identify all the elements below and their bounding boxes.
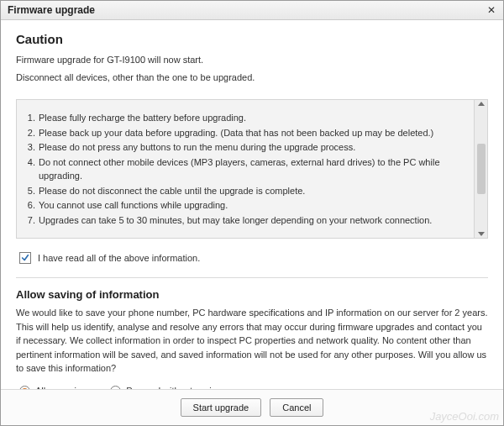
scroll-up-icon xyxy=(478,102,485,106)
notice-text: Please do not disconnect the cable until… xyxy=(39,184,465,198)
notice-number: 3. xyxy=(25,140,39,155)
close-icon: ✕ xyxy=(487,4,496,16)
window-title: Firmware upgrade xyxy=(8,4,95,16)
notice-item: 1.Please fully recharge the battery befo… xyxy=(25,111,465,125)
radio-button[interactable] xyxy=(19,386,30,389)
dialog-content: Caution Firmware upgrade for GT-I9100 wi… xyxy=(1,20,503,389)
cancel-button[interactable]: Cancel xyxy=(270,398,323,417)
title-bar: Firmware upgrade ✕ xyxy=(1,1,503,20)
caution-line-1: Firmware upgrade for GT-I9100 will now s… xyxy=(16,53,488,67)
close-button[interactable]: ✕ xyxy=(483,3,500,18)
notice-number: 1. xyxy=(25,111,39,125)
notice-text: Please fully recharge the battery before… xyxy=(39,111,465,125)
notice-item: 4.Do not connect other mobile devices (M… xyxy=(25,155,465,183)
notice-panel: 1.Please fully recharge the battery befo… xyxy=(16,99,488,239)
dialog-footer: Start upgrade Cancel xyxy=(1,389,503,425)
scroll-down-icon xyxy=(478,232,485,236)
firmware-upgrade-dialog: Firmware upgrade ✕ Caution Firmware upgr… xyxy=(0,0,504,426)
notice-number: 5. xyxy=(25,184,39,198)
notice-number: 6. xyxy=(25,198,39,213)
start-upgrade-button[interactable]: Start upgrade xyxy=(181,398,262,417)
notice-scrollbar[interactable] xyxy=(475,99,488,239)
notice-text: You cannot use call functions while upgr… xyxy=(39,198,465,213)
caution-heading: Caution xyxy=(16,32,488,46)
caution-line-2: Disconnect all devices, other than the o… xyxy=(16,71,488,85)
notice-number: 4. xyxy=(25,155,39,183)
scroll-thumb[interactable] xyxy=(477,144,486,194)
allow-body-text: We would like to save your phone number,… xyxy=(16,306,488,376)
notice-item: 7.Upgrades can take 5 to 30 minutes, but… xyxy=(25,213,465,228)
notice-number: 2. xyxy=(25,126,39,140)
separator xyxy=(16,277,488,278)
notice-number: 7. xyxy=(25,213,39,228)
notice-item: 6.You cannot use call functions while up… xyxy=(25,198,465,213)
notice-text: Do not connect other mobile devices (MP3… xyxy=(39,155,465,183)
notice-text: Please do not press any buttons to run t… xyxy=(39,140,465,155)
notice-item: 2.Please back up your data before upgrad… xyxy=(25,126,465,140)
radio-button[interactable] xyxy=(110,386,121,389)
notice-text: Upgrades can take 5 to 30 minutes, but m… xyxy=(39,213,465,228)
notice-item: 5.Please do not disconnect the cable unt… xyxy=(25,184,465,198)
confirm-checkbox[interactable] xyxy=(19,252,31,264)
checkmark-icon xyxy=(21,254,29,262)
notice-item: 3.Please do not press any buttons to run… xyxy=(25,140,465,155)
allow-heading: Allow saving of information xyxy=(16,288,488,301)
confirm-row[interactable]: I have read all of the above information… xyxy=(16,252,488,264)
notice-text: Please back up your data before upgradin… xyxy=(39,126,465,140)
confirm-label: I have read all of the above information… xyxy=(38,253,200,263)
notice-list: 1.Please fully recharge the battery befo… xyxy=(16,99,475,239)
